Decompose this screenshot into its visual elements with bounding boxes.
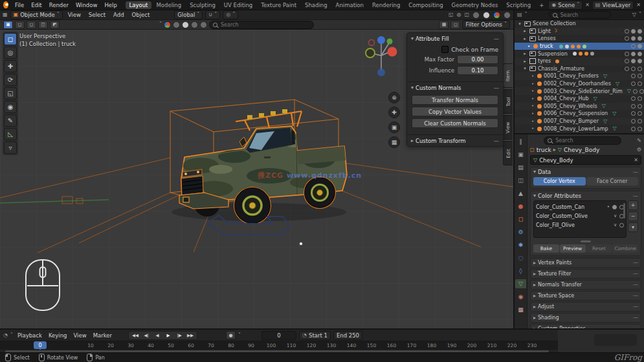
brush-sphere-3-icon[interactable] <box>191 21 198 28</box>
hide-toggle[interactable] <box>625 67 629 71</box>
tab-modifiers[interactable]: ⚙ <box>515 228 526 237</box>
render-toggle[interactable] <box>619 223 624 228</box>
render-toggle[interactable] <box>638 127 642 131</box>
tab-output[interactable]: ▤ <box>515 163 526 172</box>
viewport-menu-object[interactable]: Object <box>129 12 153 18</box>
influence-value[interactable]: 0.10 <box>457 66 498 75</box>
mode-dropdown[interactable]: ▣ Object Mode ˅ <box>10 10 63 19</box>
workspace-tab-layout[interactable]: Layout <box>126 1 152 9</box>
panel-normals-transfer[interactable]: ▸ Normals Transfer — <box>530 280 641 290</box>
frame-end-field[interactable]: End 250 <box>333 331 362 340</box>
hide-toggle[interactable] <box>631 111 636 116</box>
hide-toggle[interactable] <box>631 44 636 48</box>
outliner-search-input[interactable] <box>559 12 607 19</box>
attribute-row[interactable]: Color_Custom_Can • <box>536 202 624 211</box>
panel-options-icon[interactable]: — <box>633 271 638 277</box>
render-toggle[interactable] <box>638 36 642 41</box>
tool-select-box-icon[interactable]: ◻ <box>4 33 17 45</box>
brush-sphere-2-icon[interactable] <box>182 21 189 28</box>
snapping-dropdown[interactable]: ∪ ˅ <box>205 10 220 19</box>
preview-button[interactable]: Preview <box>560 244 586 253</box>
gizmo-z-neg-axis[interactable] <box>377 69 385 76</box>
tab-constraints[interactable]: ◊ <box>515 266 526 275</box>
outliner-row-mesh[interactable]: • 0006_Chevy_Suspension ▽ <box>515 110 644 118</box>
render-toggle[interactable] <box>638 119 642 123</box>
hide-toggle[interactable] <box>631 119 636 123</box>
ortho-toggle-icon[interactable]: ▦ <box>388 136 400 148</box>
select-toggle[interactable] <box>631 52 636 56</box>
timeline-editor-icon[interactable]: ◔ <box>3 333 8 338</box>
timeline-ruler[interactable]: 0 10 20 30 40 50 60 70 80 90 100 110 120… <box>0 341 558 350</box>
render-toggle[interactable] <box>638 67 642 71</box>
panel-options-icon[interactable]: — <box>633 282 638 288</box>
menu-window[interactable]: Window <box>72 2 101 8</box>
breadcrumb-edit-icon[interactable]: ⚙ <box>637 147 641 153</box>
outliner-row-lenses[interactable]: ▸ Lenses <box>515 35 644 43</box>
timeline-menu-keying[interactable]: Keying <box>47 332 69 339</box>
menu-edit[interactable]: Edit <box>28 2 45 8</box>
proportional-editing-dropdown[interactable]: ◎ ˅ <box>223 10 238 19</box>
pan-icon[interactable]: ✚ <box>388 107 400 118</box>
editor-type-icon[interactable]: ▦ <box>3 12 8 17</box>
keying-chevron-icon[interactable]: ˅ <box>238 333 241 338</box>
shading-rendered-icon[interactable] <box>504 12 511 19</box>
menu-help[interactable]: Help <box>101 2 120 8</box>
add-workspace-button[interactable]: + <box>535 1 548 9</box>
tool-annotate-icon[interactable]: ✎ <box>4 114 17 127</box>
properties-search-input[interactable] <box>554 137 617 144</box>
sidebar-tab-view[interactable]: View <box>503 115 513 140</box>
tab-render[interactable]: ▣ <box>515 150 526 159</box>
blender-logo-icon[interactable] <box>3 1 8 8</box>
clear-custom-normals-button[interactable]: Clear Custom Normals <box>412 118 498 128</box>
render-toggle[interactable] <box>638 52 642 56</box>
select-mode-new-icon[interactable]: ▣ <box>3 21 13 29</box>
select-toggle[interactable] <box>631 29 636 34</box>
view-layer-new-icon[interactable]: ✕ <box>636 3 641 8</box>
panel-adjust[interactable]: ▸ Adjust — <box>530 302 641 312</box>
outliner-search-field[interactable] <box>549 11 611 19</box>
prev-keyframe-button[interactable]: ◀| <box>141 332 151 339</box>
brush-sphere-1-icon[interactable] <box>173 21 180 28</box>
datablock-name-field[interactable]: ▽ Chevy_Body ✕ <box>530 155 641 165</box>
transfer-normals-button[interactable]: Transfer Normals <box>412 95 498 105</box>
tab-scene[interactable]: ▲ <box>515 189 526 198</box>
outliner-row-tyres[interactable]: ▸ tyres <box>515 58 644 65</box>
panel-options-icon[interactable]: — <box>494 85 500 91</box>
select-mode-invert-icon[interactable]: ◫ <box>38 21 48 29</box>
breadcrumb-object[interactable]: truck <box>537 147 551 153</box>
menu-render[interactable]: Render <box>46 2 72 8</box>
gizmo-x-neg-axis[interactable] <box>369 40 375 46</box>
navigation-gizmo[interactable] <box>361 34 401 83</box>
outliner-editor-icon[interactable]: ▤ <box>517 12 522 17</box>
select-mode-subtract-icon[interactable]: ◻ <box>27 21 36 29</box>
check-on-frame-checkbox[interactable] <box>441 46 449 53</box>
jump-start-button[interactable]: ◀◀ <box>130 332 140 339</box>
render-toggle[interactable] <box>638 44 642 48</box>
timeline-menu-view[interactable]: View <box>71 332 88 339</box>
breadcrumb-data[interactable]: Chevy_Body <box>564 147 599 153</box>
bake-button[interactable]: Bake <box>533 244 559 253</box>
gizmo-z-axis[interactable] <box>377 36 385 44</box>
viewport-menu-select[interactable]: Select <box>86 12 108 18</box>
attribute-row[interactable]: Color_Custom_Olive ∨ <box>536 211 624 220</box>
panel-options-icon[interactable]: — <box>633 315 638 321</box>
viewport-3d[interactable]: User Perspective (1) Collection | truck … <box>0 30 513 328</box>
unlink-icon[interactable]: ✕ <box>634 158 638 163</box>
tab-world[interactable]: ● <box>515 202 526 211</box>
viewport-search-field[interactable] <box>209 21 314 29</box>
outliner-row-mesh[interactable]: • 0005_Chevy_Wheels ▽ <box>515 103 644 111</box>
properties-pin-icon[interactable]: ✎ <box>637 138 641 144</box>
attribute-row[interactable]: Color_Fill_Olive ∨ <box>536 220 624 229</box>
render-toggle[interactable] <box>638 96 642 101</box>
filter-options-dropdown[interactable]: Filter Options ˅ <box>462 20 510 29</box>
sidebar-tab-edit[interactable]: Edit <box>503 141 513 165</box>
next-keyframe-button[interactable]: |▶ <box>174 332 184 339</box>
render-toggle[interactable] <box>638 111 642 116</box>
viewport-menu-view[interactable]: View <box>65 12 83 18</box>
hide-toggle[interactable] <box>631 81 636 86</box>
timeline-menu-marker[interactable]: Marker <box>91 332 114 339</box>
workspace-tab-uv-editing[interactable]: UV Editing <box>220 1 256 9</box>
scene-selector[interactable]: ◉ Scene ˅ <box>548 1 583 10</box>
outliner-row-truck[interactable]: • truck <box>515 43 644 50</box>
tab-object[interactable]: ◻ <box>515 215 526 224</box>
